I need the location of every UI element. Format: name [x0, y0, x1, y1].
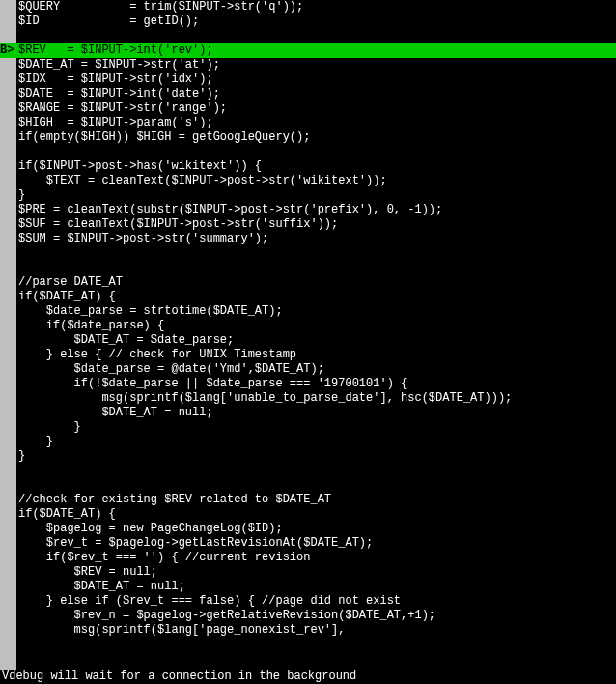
- breakpoint-marker: B>: [0, 43, 16, 58]
- code-line[interactable]: }: [16, 435, 616, 449]
- code-line[interactable]: $pagelog = new PageChangeLog($ID);: [16, 522, 616, 536]
- code-line[interactable]: if($INPUT->post->has('wikitext')) {: [16, 159, 616, 174]
- code-line[interactable]: $DATE = $INPUT->int('date');: [16, 87, 616, 101]
- code-line[interactable]: $rev_t = $pagelog->getLastRevisionAt($DA…: [16, 536, 616, 551]
- status-line: Vdebug will wait for a connection in the…: [0, 670, 616, 684]
- code-line[interactable]: if(!$date_parse || $date_parse === '1970…: [16, 377, 616, 391]
- code-line[interactable]: msg(sprintf($lang['page_nonexist_rev'],: [16, 623, 616, 638]
- code-line[interactable]: $TEXT = cleanText($INPUT->post->str('wik…: [16, 174, 616, 188]
- code-line[interactable]: if($DATE_AT) {: [16, 507, 616, 522]
- code-line[interactable]: $DATE_AT = null;: [16, 406, 616, 420]
- code-line[interactable]: //parse DATE_AT: [16, 275, 616, 290]
- code-line[interactable]: $date_parse = strtotime($DATE_AT);: [16, 304, 616, 319]
- code-line[interactable]: if($date_parse) {: [16, 319, 616, 333]
- code-editor[interactable]: $QUERY = trim($INPUT->str('q'));$ID = ge…: [16, 0, 616, 638]
- code-line[interactable]: msg(sprintf($lang['unable_to_parse_date'…: [16, 391, 616, 406]
- code-line[interactable]: $rev_n = $pagelog->getRelativeRevision($…: [16, 609, 616, 623]
- code-line[interactable]: //check for existing $REV related to $DA…: [16, 493, 616, 507]
- code-line[interactable]: if($DATE_AT) {: [16, 290, 616, 304]
- editor-gutter: B>: [0, 0, 16, 684]
- code-line[interactable]: $QUERY = trim($INPUT->str('q'));: [16, 0, 616, 14]
- code-line[interactable]: $DATE_AT = null;: [16, 580, 616, 594]
- code-line[interactable]: }: [16, 420, 616, 435]
- code-line[interactable]: $REV = null;: [16, 565, 616, 580]
- code-line[interactable]: if($rev_t === '') { //current revision: [16, 551, 616, 565]
- code-line[interactable]: $SUF = cleanText($INPUT->post->str('suff…: [16, 217, 616, 232]
- code-line[interactable]: } else if ($rev_t === false) { //page di…: [16, 594, 616, 609]
- code-line[interactable]: $DATE_AT = $INPUT->str('at');: [16, 58, 616, 72]
- code-line-current[interactable]: $REV = $INPUT->int('rev');: [16, 43, 616, 58]
- code-line[interactable]: }: [16, 449, 616, 464]
- code-line[interactable]: $IDX = $INPUT->str('idx');: [16, 72, 616, 87]
- code-line[interactable]: $PRE = cleanText(substr($INPUT->post->st…: [16, 203, 616, 217]
- code-line[interactable]: $date_parse = @date('Ymd',$DATE_AT);: [16, 362, 616, 377]
- code-line[interactable]: if(empty($HIGH)) $HIGH = getGoogleQuery(…: [16, 130, 616, 145]
- code-line[interactable]: $DATE_AT = $date_parse;: [16, 333, 616, 348]
- code-line[interactable]: $RANGE = $INPUT->str('range');: [16, 101, 616, 116]
- code-line[interactable]: [16, 464, 616, 478]
- code-line[interactable]: [16, 246, 616, 261]
- code-line[interactable]: }: [16, 188, 616, 203]
- code-line[interactable]: $HIGH = $INPUT->param('s');: [16, 116, 616, 130]
- code-line[interactable]: [16, 261, 616, 275]
- code-line[interactable]: $ID = getID();: [16, 14, 616, 29]
- code-line[interactable]: [16, 145, 616, 159]
- code-line[interactable]: [16, 29, 616, 43]
- code-line[interactable]: [16, 478, 616, 493]
- code-line[interactable]: $SUM = $INPUT->post->str('summary');: [16, 232, 616, 246]
- code-line[interactable]: } else { // check for UNIX Timestamp: [16, 348, 616, 362]
